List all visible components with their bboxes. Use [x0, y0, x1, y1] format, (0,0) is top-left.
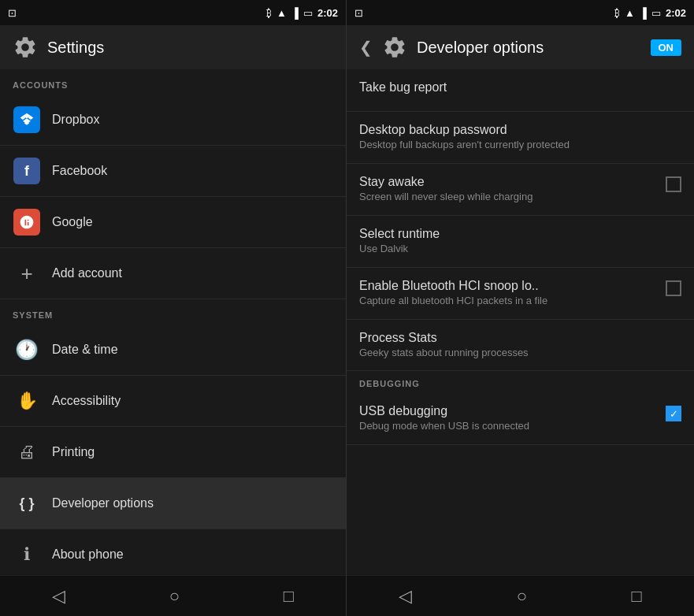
dropbox-icon-wrapper — [13, 106, 41, 134]
back-button[interactable]: ◁ — [36, 580, 81, 613]
developer-gear-icon — [382, 35, 407, 60]
date-time-label: Date & time — [52, 343, 118, 357]
google-icon — [13, 209, 40, 236]
developer-icon-wrapper: { } — [13, 489, 41, 518]
wifi-icon: ▲ — [276, 7, 287, 19]
right-screenshot-icon: ⊡ — [354, 7, 363, 19]
facebook-icon-wrapper: f — [13, 157, 41, 185]
stay-awake-subtitle: Screen will never sleep while charging — [359, 191, 658, 204]
print-icon-wrapper: 🖨 — [13, 438, 41, 466]
add-icon: + — [20, 262, 32, 286]
sidebar-item-accessibility[interactable]: ✋ Accessibility — [0, 376, 346, 427]
right-time: 2:02 — [666, 7, 686, 19]
on-badge[interactable]: ON — [651, 39, 682, 56]
left-status-bar: ⊡ ₿ ▲ ▐ ▭ 2:02 — [0, 0, 346, 25]
dev-item-stay-awake[interactable]: Stay awake Screen will never sleep while… — [347, 164, 694, 216]
dev-item-take-bug-report[interactable]: Take bug report — [347, 69, 694, 112]
select-runtime-title: Select runtime — [359, 227, 681, 241]
sidebar-item-google[interactable]: Google — [0, 197, 346, 248]
process-stats-title: Process Stats — [359, 331, 681, 345]
left-toolbar: Settings — [0, 25, 346, 69]
process-stats-subtitle: Geeky stats about running processes — [359, 347, 681, 360]
hand-icon: ✋ — [17, 391, 38, 411]
settings-title: Settings — [47, 39, 104, 57]
accounts-section-header: ACCOUNTS — [0, 69, 346, 95]
accessibility-icon-wrapper: ✋ — [13, 387, 41, 415]
about-phone-label: About phone — [52, 547, 124, 562]
usb-debugging-checkbox[interactable] — [666, 406, 681, 421]
right-home-button[interactable]: ○ — [501, 580, 543, 613]
sidebar-item-printing[interactable]: 🖨 Printing — [0, 427, 346, 478]
stay-awake-checkbox[interactable] — [666, 176, 681, 192]
back-arrow-icon[interactable]: ❮ — [359, 38, 373, 57]
dev-item-usb-debugging[interactable]: USB debugging Debug mode when USB is con… — [347, 393, 694, 445]
right-signal-icon: ▐ — [640, 7, 647, 19]
enable-bluetooth-subtitle: Capture all bluetooth HCI packets in a f… — [359, 295, 658, 308]
right-panel: ⊡ ₿ ▲ ▐ ▭ 2:02 ❮ Developer options ON Ta… — [347, 0, 694, 616]
signal-icon: ▐ — [291, 7, 299, 19]
screenshot-icon: ⊡ — [8, 7, 17, 19]
battery-icon: ▭ — [303, 7, 313, 19]
left-panel: ⊡ ₿ ▲ ▐ ▭ 2:02 Settings ACCOUNTS — [0, 0, 347, 616]
clock-icon-wrapper: 🕐 — [13, 336, 41, 364]
right-bottom-nav: ◁ ○ □ — [347, 575, 694, 616]
system-section-header: SYSTEM — [0, 299, 346, 325]
right-status-icons: ⊡ — [354, 7, 363, 19]
home-button[interactable]: ○ — [154, 580, 195, 613]
sidebar-item-dropbox[interactable]: Dropbox — [0, 95, 346, 146]
right-battery-icon: ▭ — [651, 7, 661, 19]
right-scroll-content[interactable]: Take bug report Desktop backup password … — [347, 69, 694, 575]
left-status-icons: ⊡ — [8, 7, 17, 19]
left-time: 2:02 — [317, 7, 338, 19]
right-status-bar: ⊡ ₿ ▲ ▐ ▭ 2:02 — [347, 0, 694, 25]
take-bug-report-title: Take bug report — [359, 80, 681, 95]
bluetooth-hci-checkbox[interactable] — [666, 280, 681, 296]
clock-icon: 🕐 — [15, 339, 39, 361]
facebook-label: Facebook — [52, 164, 107, 178]
usb-debugging-title: USB debugging — [359, 404, 658, 418]
left-scroll-content[interactable]: ACCOUNTS Dropbox f Facebook — [0, 69, 346, 575]
info-icon: ℹ — [24, 544, 30, 565]
recent-button[interactable]: □ — [268, 580, 310, 613]
sidebar-item-facebook[interactable]: f Facebook — [0, 146, 346, 197]
select-runtime-subtitle: Use Dalvik — [359, 243, 681, 256]
dev-item-enable-bluetooth[interactable]: Enable Bluetooth HCI snoop lo.. Capture … — [347, 268, 694, 320]
google-icon-wrapper — [13, 208, 41, 236]
right-back-button[interactable]: ◁ — [383, 580, 428, 613]
dropbox-icon — [13, 106, 40, 133]
sidebar-item-date-time[interactable]: 🕐 Date & time — [0, 325, 346, 376]
dev-item-process-stats[interactable]: Process Stats Geeky stats about running … — [347, 320, 694, 372]
usb-debugging-subtitle: Debug mode when USB is connected — [359, 420, 658, 433]
printing-label: Printing — [52, 445, 95, 459]
desktop-backup-subtitle: Desktop full backups aren't currently pr… — [359, 139, 681, 152]
bluetooth-icon: ₿ — [266, 7, 272, 19]
developer-options-label: Developer options — [52, 496, 154, 510]
right-recent-button[interactable]: □ — [615, 580, 657, 613]
google-label: Google — [52, 215, 93, 229]
debugging-section-header: DEBUGGING — [347, 371, 694, 393]
sidebar-item-add-account[interactable]: + Add account — [0, 248, 346, 299]
code-icon: { } — [19, 495, 34, 512]
print-icon: 🖨 — [18, 442, 35, 462]
dev-item-desktop-backup[interactable]: Desktop backup password Desktop full bac… — [347, 112, 694, 164]
left-bottom-nav: ◁ ○ □ — [0, 575, 346, 616]
right-wifi-icon: ▲ — [625, 7, 635, 19]
dropbox-label: Dropbox — [52, 113, 99, 127]
info-icon-wrapper: ℹ — [13, 540, 41, 569]
add-account-icon-wrapper: + — [13, 259, 41, 288]
left-status-right: ₿ ▲ ▐ ▭ 2:02 — [266, 7, 338, 19]
accessibility-label: Accessibility — [52, 394, 121, 408]
sidebar-item-about-phone[interactable]: ℹ About phone — [0, 529, 346, 575]
add-account-label: Add account — [52, 266, 122, 280]
right-status-right: ₿ ▲ ▐ ▭ 2:02 — [614, 7, 686, 19]
enable-bluetooth-title: Enable Bluetooth HCI snoop lo.. — [359, 279, 658, 293]
right-bluetooth-icon: ₿ — [614, 7, 620, 19]
right-toolbar: ❮ Developer options ON — [347, 25, 694, 69]
sidebar-item-developer-options[interactable]: { } Developer options — [0, 478, 346, 529]
settings-gear-icon — [13, 35, 38, 60]
dev-item-select-runtime[interactable]: Select runtime Use Dalvik — [347, 216, 694, 268]
stay-awake-title: Stay awake — [359, 175, 658, 189]
desktop-backup-title: Desktop backup password — [359, 123, 681, 137]
developer-options-title: Developer options — [417, 39, 544, 57]
facebook-icon: f — [13, 158, 40, 184]
